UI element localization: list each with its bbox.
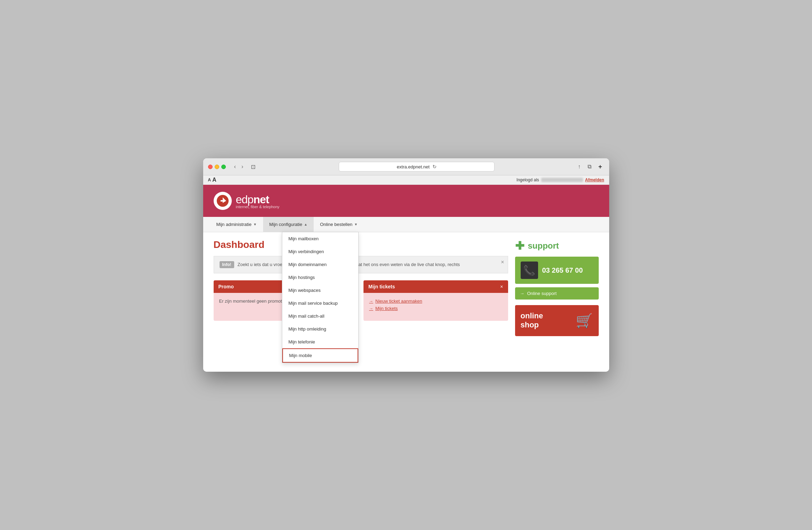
close-traffic-light[interactable] bbox=[208, 165, 213, 169]
main-content: Dashboard Info! Zoekt u iets dat u vroeg… bbox=[203, 232, 609, 372]
info-badge: Info! bbox=[220, 261, 234, 268]
url-text: extra.edpnet.net bbox=[397, 164, 430, 169]
sidebar-toggle-button[interactable]: ⊡ bbox=[249, 163, 258, 171]
info-close-button[interactable]: × bbox=[501, 259, 504, 265]
mijn-tickets-label: Mijn tickets bbox=[375, 306, 398, 311]
nav-label: Online bestellen bbox=[320, 222, 352, 227]
address-bar[interactable]: extra.edpnet.net ↻ bbox=[339, 162, 494, 172]
logo-name: edpnet bbox=[236, 193, 279, 206]
afmelden-link[interactable]: Afmelden bbox=[585, 177, 604, 182]
nav-mijn-administratie[interactable]: Mijn administratie ▼ bbox=[210, 217, 263, 232]
font-decrease-button[interactable]: A bbox=[208, 177, 211, 182]
nav-buttons: ‹ › bbox=[232, 163, 246, 171]
configuratie-dropdown: Mijn mailboxen Mijn verbindingen Mijn do… bbox=[282, 232, 359, 363]
sidebar: ✚ support 📞 03 265 67 00 → Online suppor… bbox=[515, 239, 599, 365]
traffic-lights bbox=[208, 165, 226, 169]
logo-text: edpnet internet, fiber & telephony bbox=[236, 193, 279, 209]
dropdown-mijn-mailboxen[interactable]: Mijn mailboxen bbox=[282, 232, 358, 245]
main-nav: Mijn administratie ▼ Mijn configuratie ▲… bbox=[203, 217, 609, 232]
browser-actions: ↑ ⧉ + bbox=[576, 162, 604, 171]
nav-online-bestellen[interactable]: Online bestellen ▼ bbox=[314, 217, 364, 232]
nav-arrow: ▲ bbox=[304, 222, 307, 226]
dropdown-mijn-verbindingen[interactable]: Mijn verbindingen bbox=[282, 245, 358, 258]
dropdown-mijn-domeinnamen[interactable]: Mijn domeinnamen bbox=[282, 258, 358, 271]
dropdown-mijn-telefonie[interactable]: Mijn telefonie bbox=[282, 335, 358, 348]
dropdown-mijn-webspaces[interactable]: Mijn webspaces bbox=[282, 284, 358, 297]
arrow-icon: → bbox=[520, 291, 524, 296]
logged-in-label: Ingelogd als bbox=[516, 177, 539, 182]
arrow-icon: → bbox=[369, 306, 373, 311]
content-area: Dashboard Info! Zoekt u iets dat u vroeg… bbox=[214, 239, 508, 365]
shop-card[interactable]: online shop 🛒 bbox=[515, 305, 599, 336]
forward-button[interactable]: › bbox=[239, 163, 245, 171]
refresh-button[interactable]: ↻ bbox=[432, 164, 437, 169]
support-plus-icon: ✚ bbox=[515, 239, 524, 252]
nav-arrow: ▼ bbox=[354, 222, 358, 226]
site-header: edpnet internet, fiber & telephony bbox=[203, 185, 609, 217]
nav-arrow: ▼ bbox=[253, 222, 257, 226]
dropdown-mijn-mobile[interactable]: Mijn mobile bbox=[282, 348, 358, 363]
address-bar-wrap: extra.edpnet.net ↻ bbox=[261, 162, 572, 172]
nieuw-ticket-link[interactable]: → Nieuw ticket aanmaken bbox=[369, 298, 503, 304]
logo-tagline: internet, fiber & telephony bbox=[236, 205, 279, 209]
support-title: ✚ support bbox=[515, 239, 599, 252]
font-increase-button[interactable]: A bbox=[212, 177, 216, 183]
tickets-title: Mijn tickets bbox=[368, 284, 395, 289]
minimize-traffic-light[interactable] bbox=[215, 165, 219, 169]
tickets-widget: Mijn tickets × → Nieuw ticket aanmaken →… bbox=[363, 280, 508, 321]
online-support-link[interactable]: → Online support bbox=[515, 287, 599, 300]
dropdown-mijn-hostings[interactable]: Mijn hostings bbox=[282, 271, 358, 284]
promo-body-text: Er zijn momenteel geen promoties. bbox=[219, 298, 289, 304]
logged-in-user bbox=[541, 178, 583, 182]
phone-icon: 📞 bbox=[523, 265, 535, 276]
logo-icon bbox=[214, 192, 232, 210]
phone-card[interactable]: 📞 03 265 67 00 bbox=[515, 257, 599, 284]
tickets-widget-body: → Nieuw ticket aanmaken → Mijn tickets bbox=[363, 293, 508, 321]
shop-text: online shop bbox=[521, 311, 543, 330]
mijn-tickets-link[interactable]: → Mijn tickets bbox=[369, 306, 503, 311]
share-button[interactable]: ↑ bbox=[576, 162, 583, 171]
login-info: Ingelogd als Afmelden bbox=[516, 177, 604, 182]
logo-area[interactable]: edpnet internet, fiber & telephony bbox=[214, 192, 279, 210]
add-button[interactable]: + bbox=[596, 162, 604, 171]
dropdown-mijn-http-omleiding[interactable]: Mijn http omleiding bbox=[282, 323, 358, 335]
phone-number: 03 265 67 00 bbox=[542, 266, 583, 274]
nieuw-ticket-label: Nieuw ticket aanmaken bbox=[375, 298, 422, 304]
font-size-controls: A A bbox=[208, 177, 216, 183]
phone-icon-wrap: 📞 bbox=[521, 262, 538, 279]
info-box: Info! Zoekt u iets dat u vroeger kon ter… bbox=[214, 256, 508, 273]
tickets-widget-header: Mijn tickets × bbox=[363, 280, 508, 293]
maximize-traffic-light[interactable] bbox=[221, 165, 226, 169]
support-section: ✚ support 📞 03 265 67 00 → Online suppor… bbox=[515, 239, 599, 300]
tickets-close-button[interactable]: × bbox=[500, 284, 503, 289]
toolbar-row: A A Ingelogd als Afmelden bbox=[203, 175, 609, 185]
logo-svg bbox=[216, 195, 229, 207]
promo-title: Promo bbox=[219, 284, 234, 289]
nav-mijn-configuratie[interactable]: Mijn configuratie ▲ bbox=[263, 217, 314, 232]
browser-chrome: ‹ › ⊡ extra.edpnet.net ↻ ↑ ⧉ + bbox=[203, 158, 609, 175]
new-tab-button[interactable]: ⧉ bbox=[585, 162, 593, 171]
shop-line2: shop bbox=[521, 320, 543, 330]
arrow-icon: → bbox=[369, 299, 373, 304]
widgets-row: Promo × Er zijn momenteel geen promoties… bbox=[214, 280, 508, 321]
dropdown-mijn-mail-catch-all[interactable]: Mijn mail catch-all bbox=[282, 310, 358, 323]
nav-label: Mijn administratie bbox=[216, 222, 252, 227]
back-button[interactable]: ‹ bbox=[232, 163, 238, 171]
support-label: support bbox=[528, 241, 559, 251]
online-support-label: Online support bbox=[527, 291, 557, 296]
cart-icon: 🛒 bbox=[576, 312, 593, 329]
nav-label: Mijn configuratie bbox=[269, 222, 302, 227]
browser-window: ‹ › ⊡ extra.edpnet.net ↻ ↑ ⧉ + A A Ingel… bbox=[203, 158, 609, 372]
dashboard-title: Dashboard bbox=[214, 239, 508, 250]
shop-line1: online bbox=[521, 311, 543, 320]
dropdown-mijn-mail-service-backup[interactable]: Mijn mail service backup bbox=[282, 297, 358, 310]
